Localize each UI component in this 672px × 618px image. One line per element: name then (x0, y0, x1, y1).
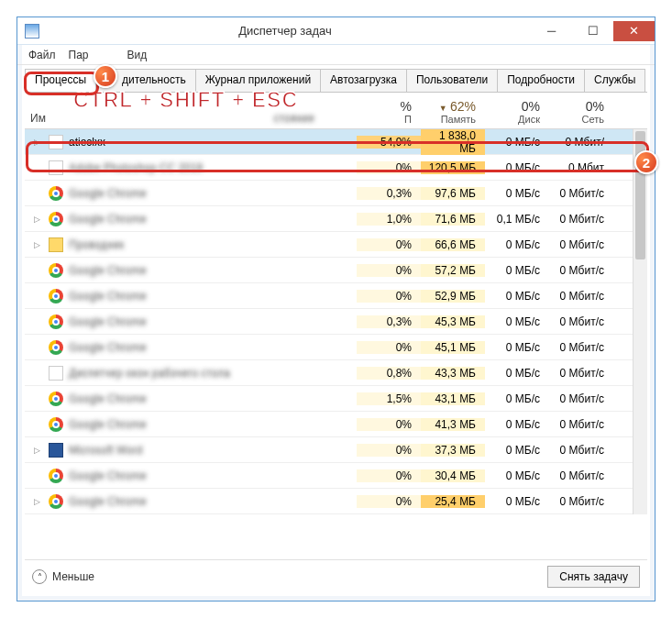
disk-value: 0 МБ/с (485, 367, 549, 380)
memory-value: 43,3 МБ (421, 367, 485, 380)
expand-icon[interactable]: ▷ (34, 138, 43, 147)
process-row[interactable]: ▷Google Chrome0%41,3 МБ0 МБ/с0 Мбит/с (25, 412, 647, 437)
memory-value: 71,6 МБ (421, 213, 485, 226)
disk-value: 0 МБ/с (485, 495, 549, 508)
network-value: 0 Мбит/с (549, 187, 613, 200)
disk-value: 0 МБ/с (485, 238, 549, 251)
annotation-badge-2: 2 (634, 150, 658, 174)
memory-value: 57,2 МБ (421, 264, 485, 277)
expand-icon[interactable]: ▷ (34, 215, 43, 224)
cpu-value: 0,3% (357, 315, 421, 328)
network-value: 0 Мбит/с (549, 341, 613, 354)
network-value: 0 Мбит/с (549, 238, 613, 251)
cpu-value: 0% (357, 418, 421, 431)
process-name: Google Chrome (69, 392, 147, 405)
network-value: 0 Мбит/с (549, 444, 613, 457)
minimize-button[interactable]: ─ (531, 21, 572, 41)
menu-bar: Файл Пар Вид (17, 45, 655, 65)
app-icon (49, 160, 63, 175)
cpu-value: 0,8% (357, 367, 421, 380)
cpu-value: 0% (357, 341, 421, 354)
memory-value: 52,9 МБ (421, 290, 485, 303)
tab-users[interactable]: Пользователи (406, 69, 498, 92)
chrome-icon (49, 469, 63, 483)
col-memory[interactable]: ▼ 62% Память (421, 97, 485, 128)
close-button[interactable]: ✕ (613, 21, 655, 41)
cpu-value: 0,3% (357, 187, 421, 200)
memory-value: 41,3 МБ (421, 418, 485, 431)
col-cpu[interactable]: % П (357, 97, 421, 128)
chrome-icon (49, 392, 63, 406)
disk-value: 0 МБ/с (485, 444, 549, 457)
tab-details[interactable]: Подробности (497, 69, 585, 92)
vertical-scrollbar[interactable] (633, 129, 647, 514)
network-value: 0 Мбит/ (549, 136, 613, 149)
app-icon (49, 135, 63, 149)
disk-value: 0 МБ/с (485, 392, 549, 405)
network-value: 0 Мбит/с (549, 495, 613, 508)
app-icon (49, 366, 63, 381)
process-row[interactable]: ▷Google Chrome0%57,2 МБ0 МБ/с0 Мбит/с (25, 258, 647, 283)
process-name: Google Chrome (69, 341, 147, 354)
process-name: Adobe Photoshop CC 2018 (69, 161, 203, 174)
network-value: 0 Мбит/с (549, 367, 613, 380)
network-value: 0 Мбит/с (549, 392, 613, 405)
menu-view[interactable]: Вид (127, 49, 148, 61)
tab-services[interactable]: Службы (584, 69, 645, 92)
process-row[interactable]: ▷atieclxx54,9%1 838,0 МБ0 МБ/с0 Мбит/ (25, 129, 647, 155)
cpu-value: 0% (357, 264, 421, 277)
col-network[interactable]: 0% Сеть (549, 97, 613, 128)
process-name: Диспетчер окон рабочего стола (69, 367, 230, 380)
process-name: atieclxx (69, 136, 105, 149)
col-name[interactable]: Им стояние (25, 112, 357, 128)
chrome-icon (49, 212, 63, 226)
process-row[interactable]: ▷Google Chrome1,5%43,1 МБ0 МБ/с0 Мбит/с (25, 386, 647, 412)
cpu-value: 0% (357, 469, 421, 482)
process-row[interactable]: ▷Microsoft Word0%37,3 МБ0 МБ/с0 Мбит/с (25, 437, 647, 463)
fewer-details-toggle[interactable]: ˄ Меньше (32, 569, 94, 584)
process-row[interactable]: ▷Google Chrome0%52,9 МБ0 МБ/с0 Мбит/с (25, 283, 647, 309)
expand-icon[interactable]: ▷ (34, 497, 43, 506)
cpu-value: 0% (357, 238, 421, 251)
memory-value: 25,4 МБ (421, 495, 485, 508)
cpu-value: 1,0% (357, 213, 421, 226)
expand-icon[interactable]: ▷ (34, 446, 43, 455)
process-row[interactable]: ▷Google Chrome0,3%45,3 МБ0 МБ/с0 Мбит/с (25, 309, 647, 335)
end-task-button[interactable]: Снять задачу (547, 566, 640, 588)
process-row[interactable]: ▷Диспетчер окон рабочего стола0,8%43,3 М… (25, 360, 647, 386)
process-name: Google Chrome (69, 469, 147, 482)
menu-params[interactable]: Пар (69, 49, 89, 61)
process-row[interactable]: ▷Google Chrome0%45,1 МБ0 МБ/с0 Мбит/с (25, 335, 647, 360)
maximize-button[interactable]: ☐ (572, 21, 613, 41)
chrome-icon (49, 417, 63, 432)
network-value: 0 Мбит (549, 161, 613, 174)
chevron-up-icon: ˄ (32, 569, 47, 584)
process-row[interactable]: ▷Google Chrome0,3%97,6 МБ0 МБ/с0 Мбит/с (25, 181, 647, 206)
process-row[interactable]: ▷Adobe Photoshop CC 20180%120,5 МБ0 МБ/с… (25, 155, 647, 181)
memory-value: 30,4 МБ (421, 469, 485, 482)
chrome-icon (49, 494, 63, 509)
chrome-icon (49, 340, 63, 355)
chrome-icon (49, 263, 63, 278)
process-row[interactable]: ▷Проводник0%66,6 МБ0 МБ/с0 Мбит/с (25, 232, 647, 258)
col-disk[interactable]: 0% Диск (485, 97, 549, 128)
memory-value: 120,5 МБ (421, 161, 485, 174)
process-row[interactable]: ▷Google Chrome0%25,4 МБ0 МБ/с0 Мбит/с (25, 489, 647, 514)
process-name: Google Chrome (69, 213, 147, 226)
cpu-value: 0% (357, 290, 421, 303)
process-name: Google Chrome (69, 290, 147, 303)
process-name: Google Chrome (69, 495, 147, 508)
cpu-value: 1,5% (357, 392, 421, 405)
process-name: Google Chrome (69, 315, 147, 328)
disk-value: 0 МБ/с (485, 136, 549, 149)
process-row[interactable]: ▷Google Chrome1,0%71,6 МБ0,1 МБ/с0 Мбит/… (25, 206, 647, 232)
menu-file[interactable]: Файл (28, 49, 56, 61)
network-value: 0 Мбит/с (549, 418, 613, 431)
process-row[interactable]: ▷Google Chrome0%30,4 МБ0 МБ/с0 Мбит/с (25, 463, 647, 489)
memory-value: 45,1 МБ (421, 341, 485, 354)
network-value: 0 Мбит/с (549, 264, 613, 277)
expand-icon[interactable]: ▷ (34, 240, 43, 249)
disk-value: 0 МБ/с (485, 469, 549, 482)
tab-startup[interactable]: Автозагрузка (320, 69, 407, 92)
chrome-icon (49, 315, 63, 329)
